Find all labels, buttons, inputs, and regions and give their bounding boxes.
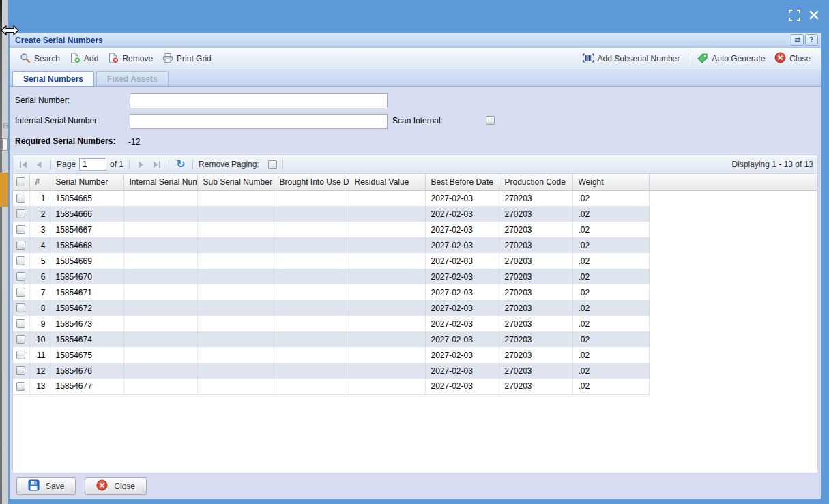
row-checkbox-cell[interactable] [13, 331, 29, 347]
table-row[interactable]: 7158546712027-02-03270203.02 [13, 284, 817, 300]
column-header-rownum[interactable]: # [29, 174, 50, 190]
tab-serial-numbers[interactable]: Serial Numbers [12, 71, 94, 86]
row-checkbox[interactable] [16, 241, 25, 250]
grid-cell [349, 363, 425, 379]
serial-number-input[interactable] [130, 93, 388, 108]
remove-button[interactable]: Remove [103, 50, 158, 68]
grid-cell [123, 222, 197, 237]
grid-cell [197, 363, 274, 379]
row-checkbox-cell[interactable] [13, 253, 29, 269]
row-checkbox-cell[interactable] [13, 284, 29, 300]
first-page-icon[interactable] [17, 158, 29, 171]
table-row[interactable]: 6158546702027-02-03270203.02 [13, 269, 817, 284]
grid-cell [197, 190, 274, 206]
add-button[interactable]: Add [65, 50, 103, 68]
grid-cell: 2 [29, 206, 50, 222]
tag-icon [697, 53, 708, 65]
last-page-icon[interactable] [151, 158, 163, 171]
next-page-icon[interactable] [135, 158, 147, 171]
close-icon[interactable] [808, 9, 820, 21]
grid-cell [349, 237, 425, 253]
row-checkbox[interactable] [16, 366, 25, 375]
select-all-header[interactable] [13, 174, 29, 190]
row-checkbox[interactable] [16, 209, 25, 218]
column-header-brought-into-use[interactable]: Brought Into Use D [274, 174, 349, 190]
row-checkbox[interactable] [16, 382, 25, 391]
column-header-residual-value[interactable]: Residual Value [349, 174, 425, 190]
grid-cell: 5 [29, 253, 50, 269]
internal-serial-number-input[interactable] [130, 114, 388, 129]
row-checkbox-cell[interactable] [13, 379, 29, 394]
close-circle-icon [774, 52, 786, 65]
remove-paging-checkbox[interactable] [268, 160, 277, 169]
select-all-checkbox[interactable] [16, 177, 25, 186]
grid-cell [274, 269, 349, 284]
row-checkbox-cell[interactable] [13, 206, 29, 222]
table-row[interactable]: 12158546762027-02-03270203.02 [13, 363, 817, 379]
row-checkbox-cell[interactable] [13, 347, 29, 363]
help-icon[interactable]: ? [805, 34, 818, 46]
grid-cell: 11 [29, 347, 50, 363]
table-row[interactable]: 1158546652027-02-03270203.02 [13, 190, 817, 206]
row-checkbox-cell[interactable] [13, 269, 29, 284]
row-checkbox[interactable] [16, 256, 25, 265]
tab-fixed-assets[interactable]: Fixed Assets [96, 71, 169, 86]
scan-internal-checkbox[interactable] [486, 116, 495, 125]
auto-generate-button[interactable]: Auto Generate [692, 50, 770, 68]
row-checkbox-cell[interactable] [13, 237, 29, 253]
background-edge-line [0, 0, 2, 504]
table-row[interactable]: 4158546682027-02-03270203.02 [13, 237, 817, 253]
row-checkbox[interactable] [16, 288, 25, 297]
column-header-serial-number[interactable]: Serial Number [50, 174, 123, 190]
row-checkbox[interactable] [16, 335, 25, 344]
table-row[interactable]: 11158546752027-02-03270203.02 [13, 347, 817, 363]
save-button[interactable]: Save [16, 477, 76, 495]
row-checkbox[interactable] [16, 303, 25, 312]
table-row[interactable]: 5158546692027-02-03270203.02 [13, 253, 817, 269]
close-toolbar-button[interactable]: Close [770, 50, 815, 68]
row-checkbox[interactable] [16, 225, 25, 234]
column-header-best-before-date[interactable]: Best Before Date [425, 174, 499, 190]
close-circle-icon [96, 479, 108, 493]
prev-page-icon[interactable] [33, 158, 45, 171]
column-header-sub-serial[interactable]: Sub Serial Number [197, 174, 274, 190]
maximize-icon[interactable] [788, 9, 800, 21]
row-checkbox[interactable] [16, 319, 25, 328]
grid-cell: 270203 [499, 253, 572, 269]
row-checkbox[interactable] [16, 194, 25, 203]
row-checkbox[interactable] [16, 272, 25, 281]
grid-cell: 15854665 [50, 190, 123, 206]
grid-cell [274, 190, 349, 206]
grid-cell-filler [649, 253, 817, 269]
add-subserial-number-button[interactable]: Add Subserial Number [578, 51, 685, 67]
close-button[interactable]: Close [85, 477, 147, 495]
grid-cell [349, 253, 425, 269]
grid-cell [123, 284, 197, 300]
column-header-weight[interactable]: Weight [572, 174, 649, 190]
refresh-grid-icon[interactable]: ↻ [175, 158, 187, 171]
table-row[interactable]: 10158546742027-02-03270203.02 [13, 331, 817, 347]
row-checkbox-cell[interactable] [13, 300, 29, 316]
refresh-icon[interactable]: ⇄ [791, 34, 804, 46]
grid-cell [197, 237, 274, 253]
table-row[interactable]: 13158546772027-02-03270203.02 [13, 379, 817, 394]
search-button[interactable]: Search [15, 50, 65, 68]
column-header-production-code[interactable]: Production Code [499, 174, 572, 190]
row-checkbox-cell[interactable] [13, 222, 29, 237]
column-header-internal-serial[interactable]: Internal Serial Num [123, 174, 197, 190]
row-checkbox[interactable] [16, 351, 25, 359]
table-row[interactable]: 3158546672027-02-03270203.02 [13, 222, 817, 237]
grid-cell-filler [649, 237, 817, 253]
page-number-input[interactable] [79, 158, 106, 171]
row-checkbox-cell[interactable] [13, 363, 29, 379]
table-row[interactable]: 9158546732027-02-03270203.02 [13, 316, 817, 331]
row-checkbox-cell[interactable] [13, 190, 29, 206]
grid-cell: 2027-02-03 [425, 190, 499, 206]
grid-cell: 12 [29, 363, 50, 379]
table-row[interactable]: 2158546662027-02-03270203.02 [13, 206, 817, 222]
row-checkbox-cell[interactable] [13, 316, 29, 331]
table-row[interactable]: 8158546722027-02-03270203.02 [13, 300, 817, 316]
grid-cell-filler [649, 347, 817, 363]
remove-paging-label: Remove Paging: [199, 160, 259, 169]
print-grid-button[interactable]: Print Grid [158, 50, 216, 68]
